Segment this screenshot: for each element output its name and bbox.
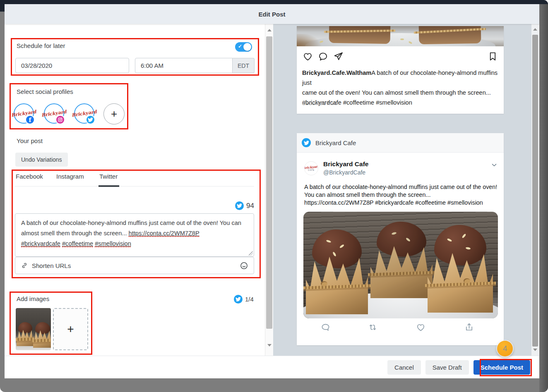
compose-hashtag: #coffeetime [62,240,93,247]
twitter-icon [302,138,311,147]
time-input[interactable] [135,58,233,73]
undo-variations-button[interactable]: Undo Variations [15,153,68,167]
instagram-action-row [303,51,344,63]
caption-text: came out of the oven! You can almost sme… [302,89,491,96]
chevron-down-icon[interactable] [490,161,498,170]
time-input-group: EDT [135,58,255,73]
twitter-icon [235,201,244,210]
schedule-for-later-label: Schedule for later [17,42,65,49]
instagram-username: Brickyard.Cafe.Waltham [302,69,371,76]
retweet-icon [368,323,377,334]
scrollbar-thumb[interactable] [532,35,538,347]
date-input[interactable] [15,58,129,73]
save-draft-button[interactable]: Save Draft [425,360,469,375]
instagram-preview-card: Brickyard.Cafe.WalthamA batch of our cho… [297,26,504,114]
tweet-text: A batch of our chocolate-honey-almond mu… [304,183,498,207]
twitter-channel-label: Brickyard Cafe [315,139,356,146]
twitter-preview-header: Brickyard Cafe [297,133,504,153]
muffin-dome [18,322,32,333]
schedule-toggle[interactable] [235,42,252,52]
tab-twitter[interactable]: Twitter [99,173,118,180]
toggle-knob [243,43,251,51]
bookmark-icon [488,51,498,63]
table-art [297,34,334,46]
twitter-handle: @BrickyardCafe [323,169,365,176]
almond-art [392,232,397,235]
attached-image-thumbnail[interactable] [16,308,51,350]
share-icon [333,51,344,63]
profile-avatar-twitter[interactable]: Brickyard [74,103,94,124]
window-frame: Edit Post Schedule for later EDT Select … [0,0,548,392]
share-icon [464,323,474,334]
tab-facebook[interactable]: Facebook [16,173,43,180]
scroll-up-arrow[interactable] [533,28,537,31]
left-scrollbar[interactable] [265,24,273,356]
tweet-text-line: https://conta.cc/2WM7Z8P #brickyardcafe … [304,199,483,206]
profile-avatar-instagram[interactable]: Brickyard [44,103,64,124]
active-tab-indicator [99,185,119,187]
compose-text: almost smell them through the screen... [21,230,127,237]
instagram-post-image [297,26,504,46]
preview-panel: Brickyard.Cafe.WalthamA batch of our cho… [273,24,531,356]
image-counter: 1/4 [234,295,254,304]
dialog-body: Schedule for later EDT Select social pro… [5,24,539,356]
muffin-dome [377,222,426,257]
compose-hashtag: #brickyardcafe [21,240,60,247]
tweet-text-line: You can almost smell them through the sc… [304,191,430,198]
tab-instagram[interactable]: Instagram [56,173,84,180]
page-title: Edit Post [258,11,285,18]
almond-art [447,238,452,242]
almond-art [405,237,410,242]
scroll-up-arrow[interactable] [267,29,272,31]
almond-art [332,251,336,257]
image-count-value: 1/4 [245,296,254,303]
your-post-label: Your post [17,137,43,144]
scroll-down-arrow[interactable] [267,344,272,347]
scroll-down-arrow[interactable] [533,349,537,351]
compose-text: A batch of our chocolate-honey-almond mu… [21,220,241,226]
muffin-dome [35,322,50,334]
shorten-urls-label: Shorten URLs [32,262,71,269]
emoji-icon[interactable] [240,261,248,270]
muffin-dome [312,229,362,268]
timezone-label: EDT [233,58,255,73]
twitter-display-name: Brickyard Cafe [323,160,368,168]
compose-panel: Schedule for later EDT Select social pro… [5,24,265,356]
muffin-dome [434,225,486,265]
edit-post-dialog: Edit Post Schedule for later EDT Select … [5,4,539,378]
app-top-bar-corner [0,0,5,12]
like-icon [303,51,313,63]
tweet-image [303,212,498,318]
muffin-art [306,229,368,314]
twitter-icon [86,115,95,124]
instagram-icon [55,115,65,124]
almond-art [339,244,345,249]
tweet-text-line: A batch of our chocolate-honey-almond mu… [304,184,497,190]
muffin-art [428,225,493,313]
add-profile-button[interactable]: + [103,103,125,124]
almond-art [400,38,404,40]
post-textarea[interactable]: A batch of our chocolate-honey-almond mu… [15,213,254,257]
screenshot: Edit Post Schedule for later EDT Select … [0,0,548,392]
schedule-post-button[interactable]: Schedule Post [473,360,530,375]
dialog-footer: Cancel Save Draft Schedule Post [5,356,539,378]
profile-avatar-facebook[interactable]: Brickyard [14,103,34,124]
cancel-button[interactable]: Cancel [387,360,421,375]
twitter-avatar: Brickyard CAFE [304,161,318,175]
scrollbar-thumb[interactable] [266,36,272,329]
select-social-profiles-label: Select social profiles [17,88,73,95]
textarea-resize-handle[interactable] [249,251,253,256]
tab-divider [15,186,254,186]
muffin-art [33,322,51,348]
dialog-header: Edit Post [5,4,539,24]
comment-icon [318,51,328,63]
muffin-art [329,26,391,44]
muffin-art [370,222,433,298]
add-image-button[interactable]: + [53,308,88,350]
right-scrollbar[interactable] [531,24,539,356]
almond-art [465,247,471,250]
twine [32,339,51,342]
shorten-urls-button[interactable]: Shorten URLs [21,262,71,269]
char-count-value: 94 [246,202,254,210]
brand-logo-subtext: CAFE [308,169,315,171]
